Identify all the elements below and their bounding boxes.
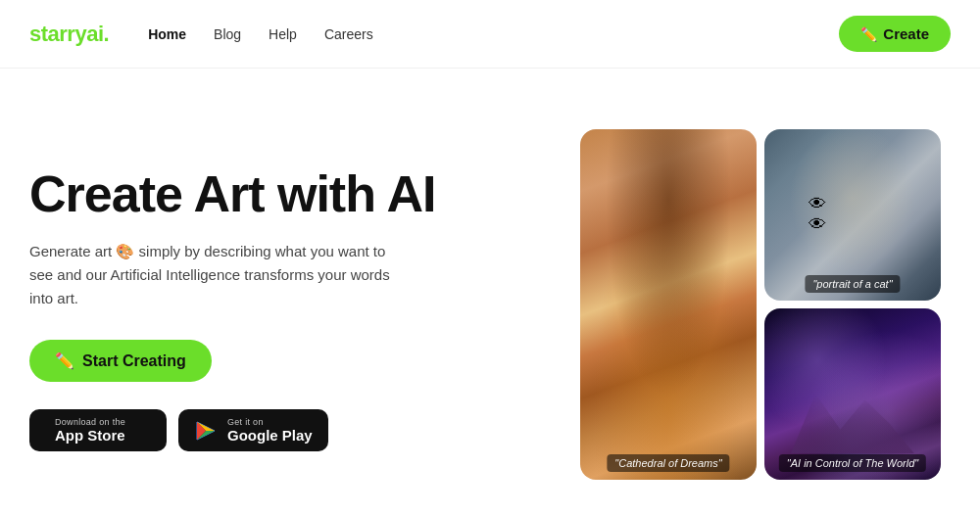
main-content: Create Art with AI Generate art 🎨 simply… [0, 69, 980, 515]
nav-careers[interactable]: Careers [324, 26, 373, 42]
space-caption: "AI in Control of The World" [779, 454, 926, 472]
google-play-big: Google Play [227, 427, 313, 444]
google-play-icon [194, 419, 218, 443]
hero-right: "Cathedral of Dreams" "portrait of a cat… [480, 108, 951, 500]
hero-subtitle: Generate art 🎨 simply by describing what… [29, 240, 412, 310]
app-store-text: Download on the App Store [55, 417, 125, 444]
main-nav: Home Blog Help Careers [148, 26, 839, 42]
create-button[interactable]: ✏️ Create [839, 16, 951, 52]
hero-left: Create Art with AI Generate art 🎨 simply… [29, 108, 480, 500]
header: starryai. Home Blog Help Careers ✏️ Crea… [0, 0, 980, 69]
start-pencil-icon: ✏️ [55, 351, 74, 370]
google-play-small: Get it on [227, 417, 264, 427]
pencil-icon: ✏️ [860, 26, 877, 42]
gallery-item-cathedral: "Cathedral of Dreams" [580, 129, 757, 480]
gallery: "Cathedral of Dreams" "portrait of a cat… [580, 129, 941, 480]
brand-dot: . [104, 22, 110, 46]
start-label: Start Creating [82, 352, 186, 370]
google-play-button[interactable]: Get it on Google Play [178, 409, 328, 451]
hero-title: Create Art with AI [29, 166, 480, 222]
cathedral-image [580, 129, 757, 480]
app-store-big: App Store [55, 427, 125, 444]
gallery-item-space: "AI in Control of The World" [764, 308, 941, 480]
app-store-button[interactable]: Download on the App Store [29, 409, 167, 451]
nav-blog[interactable]: Blog [214, 26, 241, 42]
logo: starryai. [29, 22, 109, 47]
gallery-item-cat: "portrait of a cat" [764, 129, 941, 301]
nav-home[interactable]: Home [148, 26, 186, 42]
nav-help[interactable]: Help [269, 26, 297, 42]
store-buttons: Download on the App Store Get it on [29, 409, 480, 451]
create-label: Create [883, 25, 929, 42]
google-play-text: Get it on Google Play [227, 417, 313, 444]
subtitle-emoji: 🎨 [116, 243, 134, 259]
cathedral-caption: "Cathedral of Dreams" [607, 454, 729, 472]
subtitle-text1: Generate art [29, 243, 112, 259]
brand-name: starryai [29, 22, 104, 46]
start-creating-button[interactable]: ✏️ Start Creating [29, 340, 212, 382]
cat-caption: "portrait of a cat" [805, 275, 900, 293]
app-store-small: Download on the [55, 417, 125, 427]
